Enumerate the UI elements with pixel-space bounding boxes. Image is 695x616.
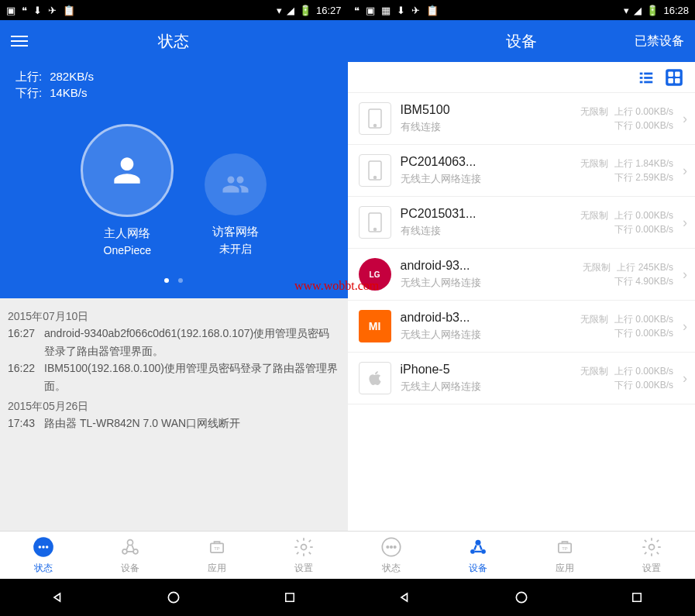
device-row[interactable]: LG android-93... 无线主人网络连接 无限制上行 245KB/s … — [348, 249, 696, 301]
device-row[interactable]: PC2015031... 有线连接 无限制上行 0.00KB/s 下行 0.00… — [348, 197, 696, 249]
svg-point-1 — [39, 545, 42, 549]
notif-icon: ▦ — [381, 5, 391, 16]
main-network-button[interactable]: 主人网络 OnePiece — [81, 124, 174, 256]
svg-point-5 — [122, 549, 127, 554]
svg-point-30 — [387, 546, 388, 548]
bottom-tabbar: 状态 设备 TP 应用 设置 — [348, 531, 696, 579]
chevron-right-icon: › — [683, 318, 687, 335]
tab-apps[interactable]: TP 应用 — [521, 532, 608, 579]
status-panel: 上行: 282KB/s 下行: 14KB/s 主人网络 OnePiece 访客网… — [0, 62, 348, 298]
log-entry: 16:27 android-9340ab2f066c0d61(192.168.0… — [8, 325, 340, 360]
svg-point-33 — [475, 540, 480, 545]
svg-rect-15 — [644, 77, 652, 79]
back-button[interactable] — [47, 587, 69, 608]
wifi-icon: ▾ — [624, 5, 629, 16]
device-row[interactable]: MI android-b3... 无线主人网络连接 无限制上行 0.00KB/s… — [348, 301, 696, 353]
device-row[interactable]: IBM5100 有线连接 无限制上行 0.00KB/s 下行 0.00KB/s … — [348, 93, 696, 145]
hangouts-icon: ❝ — [22, 5, 27, 16]
android-statusbar: ❝ ▣ ▦ ⬇ ✈ 📋 ▾ ◢ 🔋 16:28 — [348, 0, 696, 20]
home-button[interactable] — [163, 587, 184, 608]
grid-view-icon[interactable] — [664, 67, 684, 88]
phone-screen-status: ▣ ❝ ⬇ ✈ 📋 ▾ ◢ 🔋 16:27 状态 上行: 282KB/s 下行:… — [0, 0, 348, 616]
connection-type: 无线主人网络连接 — [401, 328, 571, 342]
tab-status[interactable]: 状态 — [348, 532, 435, 579]
home-button[interactable] — [511, 587, 532, 608]
svg-point-2 — [42, 545, 45, 549]
tab-devices[interactable]: 设备 — [435, 532, 521, 579]
gear-icon — [293, 536, 315, 558]
page-indicator[interactable] — [15, 272, 332, 286]
svg-rect-11 — [286, 594, 294, 602]
blocked-devices-button[interactable]: 已禁设备 — [635, 33, 684, 50]
log-date: 2015年07月10日 — [8, 308, 340, 325]
guest-network-button[interactable]: 访客网络 未开启 — [205, 153, 267, 256]
apps-icon: TP — [554, 536, 576, 558]
device-row[interactable]: iPhone-5 无线主人网络连接 无限制上行 0.00KB/s 下行 0.00… — [348, 353, 696, 404]
lg-logo-icon: LG — [359, 258, 391, 291]
svg-rect-20 — [675, 71, 680, 77]
signal-icon: ◢ — [634, 5, 642, 16]
tab-status[interactable]: 状态 — [0, 532, 87, 579]
group-icon — [222, 170, 249, 198]
device-name: IBM5100 — [401, 103, 571, 117]
xiaomi-logo-icon: MI — [359, 310, 391, 342]
tab-devices[interactable]: 设备 — [87, 532, 174, 579]
chevron-right-icon: › — [683, 370, 687, 387]
svg-point-10 — [169, 592, 179, 602]
connection-type: 无线主人网络连接 — [401, 172, 571, 186]
svg-rect-18 — [666, 69, 683, 86]
connection-type: 无线主人网络连接 — [401, 276, 574, 290]
apps-icon: TP — [206, 536, 228, 558]
svg-point-38 — [649, 545, 654, 550]
clipboard-icon: 📋 — [63, 5, 75, 16]
device-list[interactable]: IBM5100 有线连接 无限制上行 0.00KB/s 下行 0.00KB/s … — [348, 93, 696, 531]
svg-point-34 — [470, 549, 475, 554]
phone-icon — [359, 154, 391, 187]
tab-settings[interactable]: 设置 — [260, 532, 347, 579]
download-icon: ⬇ — [33, 5, 42, 16]
android-statusbar: ▣ ❝ ⬇ ✈ 📋 ▾ ◢ 🔋 16:27 — [0, 0, 348, 20]
svg-point-26 — [373, 177, 376, 179]
recent-button[interactable] — [279, 587, 301, 608]
back-button[interactable] — [394, 587, 416, 608]
list-view-icon[interactable] — [638, 69, 655, 86]
svg-rect-13 — [644, 72, 652, 74]
phone-screen-devices: ❝ ▣ ▦ ⬇ ✈ 📋 ▾ ◢ 🔋 16:28 设备 已禁设备 IBM5100 … — [348, 0, 696, 616]
clock: 16:28 — [663, 5, 689, 16]
recent-button[interactable] — [626, 587, 648, 608]
svg-point-39 — [516, 592, 526, 602]
svg-point-9 — [301, 545, 307, 550]
devices-icon — [119, 536, 141, 558]
tab-settings[interactable]: 设置 — [608, 532, 695, 579]
device-name: android-b3... — [401, 311, 571, 325]
battery-icon: 🔋 — [299, 5, 311, 16]
svg-point-24 — [373, 125, 376, 127]
person-icon — [108, 151, 146, 190]
gear-icon — [641, 536, 662, 558]
log-entry: 17:43 路由器 TL-WR842N 7.0 WAN口网线断开 — [8, 415, 340, 432]
svg-text:TP: TP — [562, 546, 568, 551]
device-name: iPhone-5 — [401, 363, 571, 377]
svg-point-4 — [128, 540, 133, 545]
svg-point-28 — [373, 229, 376, 231]
device-row[interactable]: PC2014063... 无线主人网络连接 无限制上行 1.84KB/s 下行 … — [348, 145, 696, 197]
tab-apps[interactable]: TP 应用 — [174, 532, 260, 579]
devices-icon — [467, 536, 489, 558]
bottom-tabbar: 状态 设备 TP 应用 设置 — [0, 531, 348, 579]
notif-icon: ▣ — [6, 5, 15, 16]
app-header: 状态 — [0, 20, 348, 62]
apple-logo-icon — [359, 362, 391, 394]
battery-icon: 🔋 — [646, 5, 659, 16]
clock: 16:27 — [316, 5, 342, 16]
event-log[interactable]: 2015年07月10日 16:27 android-9340ab2f066c0d… — [0, 298, 348, 531]
svg-point-3 — [46, 545, 49, 549]
log-date: 2015年05月26日 — [8, 397, 340, 415]
svg-point-35 — [481, 549, 486, 554]
connection-type: 有线连接 — [401, 224, 571, 238]
svg-rect-40 — [633, 594, 642, 602]
send-icon: ✈ — [411, 5, 420, 16]
connection-type: 有线连接 — [401, 120, 571, 134]
menu-button[interactable] — [11, 36, 28, 46]
header-title: 状态 — [158, 31, 189, 52]
view-toolbar — [348, 62, 696, 93]
